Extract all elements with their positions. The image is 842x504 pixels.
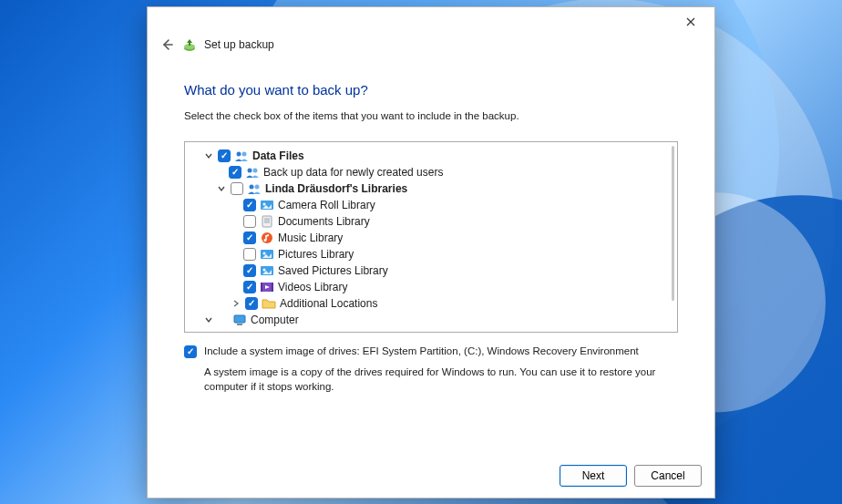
- svg-rect-24: [237, 324, 242, 325]
- node-label: Computer: [251, 314, 299, 326]
- checkbox[interactable]: [243, 264, 256, 277]
- checkbox[interactable]: [218, 149, 231, 162]
- svg-rect-23: [234, 315, 245, 323]
- checkbox[interactable]: [243, 281, 256, 293]
- svg-point-7: [255, 185, 260, 190]
- node-label: Videos Library: [278, 281, 348, 293]
- node-label: Back up data for newly created users: [263, 166, 443, 179]
- users-icon: [245, 165, 260, 180]
- picture-library-icon: [260, 247, 274, 262]
- tree-node-saved-pictures[interactable]: Saved Pictures Library: [190, 262, 673, 279]
- page-subtext: Select the check box of the items that y…: [184, 110, 678, 121]
- checkbox[interactable]: [243, 215, 256, 228]
- close-button[interactable]: [673, 9, 709, 35]
- back-button[interactable]: [159, 36, 175, 53]
- node-label: Saved Pictures Library: [278, 264, 388, 277]
- svg-point-15: [264, 239, 267, 242]
- music-library-icon: [260, 231, 274, 245]
- users-icon: [234, 149, 249, 163]
- checkbox[interactable]: [243, 248, 256, 261]
- tree-node-documents[interactable]: Documents Library: [190, 213, 673, 230]
- next-button[interactable]: Next: [560, 465, 627, 487]
- video-library-icon: [260, 280, 274, 294]
- svg-rect-21: [261, 283, 262, 292]
- close-icon: [686, 17, 695, 26]
- button-row: Next Cancel: [148, 456, 714, 498]
- system-image-row: Include a system image of drives: EFI Sy…: [184, 345, 678, 358]
- backup-items-tree[interactable]: Data Files Back up data for newly create…: [184, 141, 678, 333]
- svg-point-6: [250, 185, 254, 190]
- svg-point-19: [263, 269, 266, 272]
- node-label: Data Files: [252, 149, 304, 162]
- titlebar: [148, 7, 714, 36]
- checkbox[interactable]: [245, 297, 258, 310]
- tree-node-pictures[interactable]: Pictures Library: [190, 246, 673, 262]
- computer-icon: [232, 313, 247, 327]
- svg-point-5: [253, 169, 258, 173]
- scrollbar[interactable]: [672, 146, 674, 301]
- tree-node-data-files[interactable]: Data Files: [190, 148, 673, 164]
- tree-node-new-users[interactable]: Back up data for newly created users: [190, 164, 673, 180]
- svg-rect-22: [272, 283, 273, 292]
- system-image-checkbox[interactable]: [184, 345, 197, 358]
- expander-icon[interactable]: [231, 298, 241, 309]
- checkbox[interactable]: [231, 182, 243, 195]
- system-image-label: Include a system image of drives: EFI Sy…: [204, 345, 639, 356]
- cancel-button[interactable]: Cancel: [634, 465, 702, 487]
- node-label: Linda Dräusdorf's Libraries: [265, 182, 407, 195]
- node-label: Camera Roll Library: [278, 199, 375, 211]
- node-label: Additional Locations: [280, 297, 377, 310]
- content-area: What do you want to back up? Select the …: [148, 58, 714, 456]
- backup-wizard-window: Set up backup What do you want to back u…: [147, 6, 715, 499]
- svg-point-9: [263, 203, 266, 206]
- expander-icon[interactable]: [203, 150, 214, 161]
- node-label: Music Library: [278, 231, 343, 244]
- users-icon: [247, 181, 262, 196]
- checkbox[interactable]: [243, 199, 256, 211]
- tree-node-videos[interactable]: Videos Library: [190, 279, 673, 295]
- expander-icon[interactable]: [203, 314, 214, 325]
- tree-node-additional[interactable]: Additional Locations: [190, 295, 673, 312]
- window-title: Set up backup: [204, 38, 274, 51]
- document-library-icon: [260, 214, 274, 229]
- checkbox[interactable]: [229, 166, 241, 179]
- tree-node-camera-roll[interactable]: Camera Roll Library: [190, 197, 673, 213]
- tree-node-user-libraries[interactable]: Linda Dräusdorf's Libraries: [190, 180, 673, 197]
- picture-library-icon: [260, 198, 274, 212]
- system-image-description: A system image is a copy of the drives r…: [204, 365, 678, 394]
- page-heading: What do you want to back up?: [184, 82, 678, 98]
- backup-icon: [182, 37, 197, 52]
- svg-point-3: [242, 152, 247, 157]
- folder-icon: [262, 296, 276, 311]
- picture-library-icon: [260, 263, 274, 278]
- expander-icon[interactable]: [216, 183, 227, 194]
- tree-node-music[interactable]: Music Library: [190, 230, 673, 246]
- svg-rect-10: [262, 216, 272, 227]
- svg-point-2: [237, 152, 241, 157]
- back-arrow-icon: [160, 38, 173, 51]
- node-label: Pictures Library: [278, 248, 354, 261]
- svg-point-4: [248, 169, 252, 173]
- header-row: Set up backup: [148, 36, 714, 58]
- node-label: Documents Library: [278, 215, 370, 228]
- checkbox[interactable]: [243, 231, 256, 244]
- svg-point-17: [263, 252, 266, 255]
- tree-node-computer[interactable]: Computer: [190, 312, 673, 328]
- svg-point-14: [262, 232, 272, 243]
